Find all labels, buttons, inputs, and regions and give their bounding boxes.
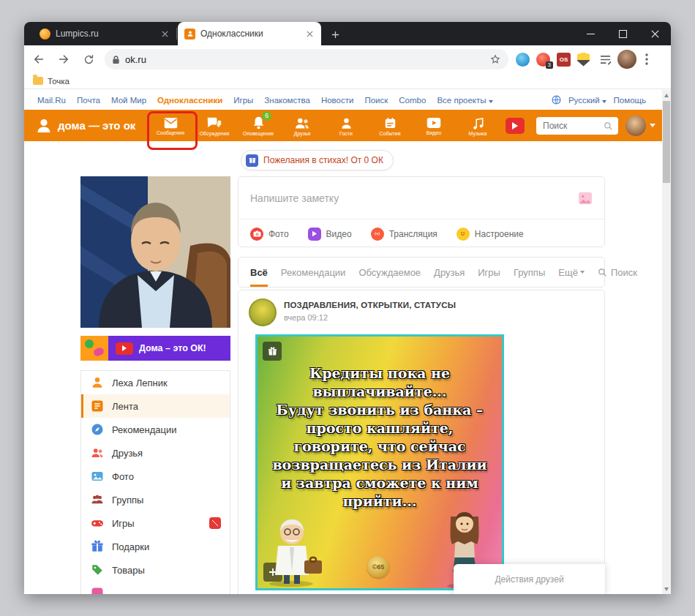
group-name[interactable]: ПОЗДРАВЛЕНИЯ, ОТКРЫТКИ, СТАТУСЫ bbox=[284, 301, 456, 309]
composer-action-stream[interactable]: Трансляция bbox=[371, 228, 437, 241]
portal-link-odnoklassniki[interactable]: Одноклассники bbox=[157, 96, 222, 105]
nav-item-events[interactable]: События bbox=[368, 110, 412, 141]
sidebar-item-games[interactable]: Игры bbox=[81, 511, 230, 535]
promo-banner[interactable]: Пожелания в стихах! От 0 ОК bbox=[241, 150, 394, 170]
nav-item-discussions[interactable]: Обсуждения bbox=[192, 110, 236, 141]
back-button[interactable] bbox=[29, 49, 49, 70]
chevron-down-icon bbox=[580, 271, 585, 274]
sidebar-item-recommendations[interactable]: Рекомендации bbox=[81, 418, 230, 441]
ok-search-input[interactable] bbox=[541, 120, 600, 132]
scroll-up-icon[interactable] bbox=[662, 90, 671, 100]
sidebar-item-partial[interactable] bbox=[81, 582, 230, 594]
tab-close-icon[interactable] bbox=[159, 29, 170, 39]
sidebar-item-friends[interactable]: Друзья bbox=[81, 441, 230, 465]
scroll-down-icon[interactable] bbox=[662, 584, 671, 594]
promo-text: Пожелания в стихах! От 0 ОК bbox=[263, 155, 383, 165]
nav-item-guests[interactable]: Гости bbox=[324, 110, 368, 141]
video-promo-banner[interactable]: Дома – это ОК! bbox=[80, 336, 230, 361]
reading-list-icon[interactable] bbox=[599, 54, 612, 65]
tab-separator bbox=[176, 28, 177, 40]
ok-header-nav: Сообщения Обсуждения 6 Оповещения Друзья bbox=[149, 110, 525, 141]
notifications-badge: 6 bbox=[262, 111, 271, 121]
portal-link-search[interactable]: Поиск bbox=[364, 96, 388, 105]
events-icon bbox=[384, 117, 397, 129]
portal-link-moymir[interactable]: Мой Мир bbox=[111, 96, 146, 105]
feed-post: ПОЗДРАВЛЕНИЯ, ОТКРЫТКИ, СТАТУСЫ вчера 09… bbox=[238, 290, 605, 594]
feed-tab-recommendations[interactable]: Рекомендации bbox=[281, 258, 346, 287]
nav-item-video[interactable]: Видео bbox=[412, 110, 456, 141]
discussions-icon bbox=[207, 117, 222, 129]
nav-item-friends[interactable]: Друзья bbox=[280, 110, 324, 141]
tab-title: Одноклассники bbox=[200, 29, 299, 39]
bookmark-folder-label[interactable]: Точка bbox=[48, 77, 70, 86]
games-promo-badge bbox=[209, 517, 221, 529]
feed-tab-games[interactable]: Игры bbox=[478, 258, 500, 287]
sidebar-item-groups[interactable]: Группы bbox=[81, 488, 230, 511]
compass-icon bbox=[91, 423, 104, 436]
window-maximize-button[interactable] bbox=[606, 22, 639, 45]
sidebar-item-gifts[interactable]: Подарки bbox=[81, 535, 230, 558]
feed-tab-discussed[interactable]: Обсуждаемое bbox=[358, 258, 421, 287]
ok-video-play-button[interactable] bbox=[506, 118, 525, 134]
window-close-button[interactable] bbox=[639, 22, 671, 45]
banner-text: Дома – это ОК! bbox=[139, 343, 206, 353]
browser-tab-lumpics[interactable]: Lumpics.ru bbox=[33, 22, 176, 45]
extension-icon-shield[interactable] bbox=[577, 53, 590, 67]
search-icon bbox=[598, 268, 607, 277]
banner-art bbox=[80, 336, 108, 361]
extension-icon-blue[interactable] bbox=[516, 53, 530, 67]
extension-icon-red[interactable]: 3 bbox=[536, 53, 550, 67]
friends-actions-panel[interactable]: Действия друзей bbox=[454, 564, 605, 594]
help-link[interactable]: Помощь bbox=[614, 96, 646, 105]
post-image[interactable]: Кредиты пока не выплачивайте... Будут зв… bbox=[255, 334, 504, 590]
feed-tab-friends[interactable]: Друзья bbox=[434, 258, 465, 287]
window-minimize-button[interactable] bbox=[574, 22, 606, 45]
sidebar-item-profile[interactable]: Леха Лепник bbox=[81, 371, 230, 394]
composer-action-photo[interactable]: Фото bbox=[250, 228, 289, 241]
composer-action-mood[interactable]: Настроение bbox=[457, 228, 524, 241]
composer-photo-icon[interactable] bbox=[578, 192, 593, 205]
browser-profile-avatar[interactable] bbox=[617, 50, 636, 69]
extension-icon-os[interactable]: OS bbox=[557, 53, 571, 67]
nav-item-music[interactable]: Музыка bbox=[456, 110, 500, 141]
bookmark-star-icon[interactable] bbox=[489, 53, 501, 65]
browser-menu-icon[interactable] bbox=[639, 50, 654, 69]
feed-tab-more[interactable]: Ещё bbox=[558, 258, 585, 287]
groups-icon bbox=[91, 493, 104, 506]
page-scrollbar[interactable] bbox=[662, 90, 671, 594]
browser-tab-ok[interactable]: Одноклассники bbox=[178, 22, 321, 45]
address-bar[interactable]: ok.ru bbox=[105, 49, 508, 70]
portal-link-dating[interactable]: Знакомства bbox=[264, 96, 310, 105]
feed-search[interactable]: Поиск bbox=[598, 258, 637, 287]
sidebar-item-goods[interactable]: Товары bbox=[81, 558, 230, 582]
forward-button[interactable] bbox=[53, 49, 74, 70]
portal-link-combo[interactable]: Combo bbox=[399, 96, 426, 105]
ok-logo[interactable]: дома — это ок bbox=[35, 110, 135, 141]
note-input[interactable]: Напишите заметку bbox=[250, 192, 578, 204]
send-as-gift-button[interactable] bbox=[263, 342, 282, 361]
portal-link-mail[interactable]: Почта bbox=[77, 96, 100, 105]
nav-item-notifications[interactable]: 6 Оповещения bbox=[236, 110, 280, 141]
sidebar-item-photos[interactable]: Фото bbox=[81, 465, 230, 488]
gift-icon bbox=[268, 347, 277, 356]
portal-link-games[interactable]: Игры bbox=[233, 96, 253, 105]
scrollbar-thumb[interactable] bbox=[663, 101, 670, 183]
meme-text: Кредиты пока не выплачивайте... Будут зв… bbox=[258, 364, 502, 511]
sidebar-item-feed[interactable]: Лента bbox=[81, 394, 230, 418]
profile-photo[interactable] bbox=[80, 176, 230, 328]
profile-menu-chevron-icon[interactable] bbox=[650, 124, 655, 127]
refresh-button[interactable] bbox=[78, 49, 99, 70]
composer-action-video[interactable]: Видео bbox=[308, 228, 352, 241]
ok-search-box[interactable] bbox=[536, 117, 618, 135]
portal-link-news[interactable]: Новости bbox=[321, 96, 354, 105]
language-selector[interactable]: Русский bbox=[568, 96, 606, 105]
tag-icon bbox=[91, 563, 104, 576]
portal-link-mailru[interactable]: Mail.Ru bbox=[37, 96, 66, 105]
tab-close-icon[interactable] bbox=[304, 29, 315, 39]
new-tab-button[interactable] bbox=[327, 26, 343, 42]
feed-tab-all[interactable]: Всё bbox=[250, 258, 268, 287]
feed-tab-groups[interactable]: Группы bbox=[514, 258, 545, 287]
ok-profile-avatar[interactable] bbox=[626, 116, 646, 136]
portal-link-all-projects[interactable]: Все проекты bbox=[437, 96, 492, 105]
group-avatar[interactable] bbox=[249, 298, 277, 326]
